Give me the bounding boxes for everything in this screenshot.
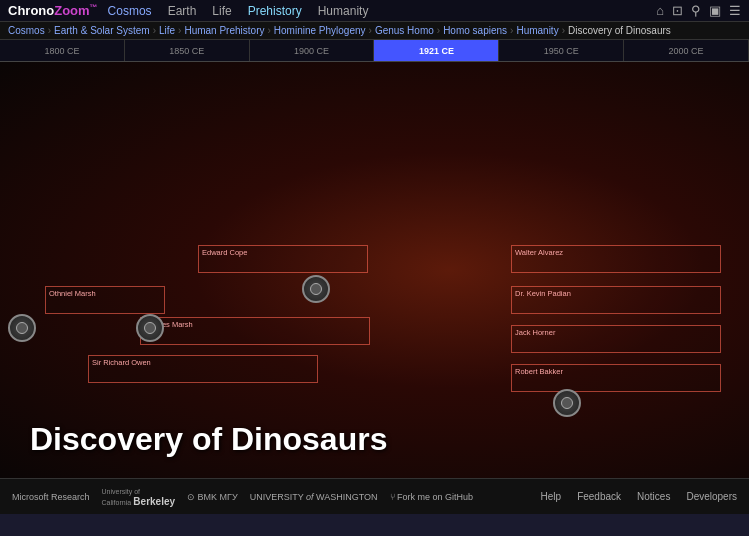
person-richard-owen[interactable]: Sir Richard Owen: [88, 355, 318, 383]
tick-1850[interactable]: 1850 CE: [125, 40, 250, 61]
breadcrumb-homo-sapiens[interactable]: Homo sapiens: [443, 25, 507, 36]
circle-icon-4[interactable]: [553, 389, 581, 417]
circle-icon-1[interactable]: [8, 314, 36, 342]
footer-developers[interactable]: Developers: [686, 491, 737, 502]
tick-1921[interactable]: 1921 CE: [374, 40, 499, 61]
user-icon[interactable]: ☰: [729, 3, 741, 18]
person-kevin-padian[interactable]: Dr. Kevin Padian: [511, 286, 721, 314]
logo-washington: UNIVERSITY of WASHINGTON: [250, 492, 378, 502]
footer-logos: Microsoft Research University ofCaliforn…: [12, 487, 473, 507]
nav-earth[interactable]: Earth: [168, 4, 197, 18]
breadcrumb-genus-homo[interactable]: Genus Homo: [375, 25, 434, 36]
breadcrumb-discovery: Discovery of Dinosaurs: [568, 25, 671, 36]
main-canvas[interactable]: Edward Cope Othniel Marsh Charles Marsh …: [0, 62, 749, 478]
breadcrumb-life[interactable]: Life: [159, 25, 175, 36]
footer-feedback[interactable]: Feedback: [577, 491, 621, 502]
breadcrumb: Cosmos › Earth & Solar System › Life › H…: [0, 22, 749, 40]
app-footer: Microsoft Research University ofCaliforn…: [0, 478, 749, 514]
nav-humanity[interactable]: Humanity: [318, 4, 369, 18]
nav-prehistory[interactable]: Prehistory: [248, 4, 302, 18]
app-logo: ChronoZoom™: [8, 3, 98, 18]
logo-microsoft: Microsoft Research: [12, 492, 90, 502]
search-icon[interactable]: ⚲: [691, 3, 701, 18]
person-edward-cope[interactable]: Edward Cope: [198, 245, 368, 273]
nav-life[interactable]: Life: [212, 4, 231, 18]
breadcrumb-cosmos[interactable]: Cosmos: [8, 25, 45, 36]
breadcrumb-human-prehistory[interactable]: Human Prehistory: [184, 25, 264, 36]
logo-github: ⑂ Fork me on GitHub: [390, 492, 474, 502]
timeline-bar: 1800 CE 1850 CE 1900 CE 1921 CE 1950 CE …: [0, 40, 749, 62]
circle-icon-3[interactable]: [302, 275, 330, 303]
footer-help[interactable]: Help: [541, 491, 562, 502]
nav-cosmos[interactable]: Cosmos: [108, 4, 152, 18]
footer-notices[interactable]: Notices: [637, 491, 670, 502]
breadcrumb-earth[interactable]: Earth & Solar System: [54, 25, 150, 36]
breadcrumb-humanity[interactable]: Humanity: [516, 25, 558, 36]
tick-1800[interactable]: 1800 CE: [0, 40, 125, 61]
app-header: ChronoZoom™ Cosmos Earth Life Prehistory…: [0, 0, 749, 22]
tick-1950[interactable]: 1950 CE: [499, 40, 624, 61]
logo-berkeley: University ofCalifornia Berkeley: [102, 487, 176, 507]
circle-icon-2[interactable]: [136, 314, 164, 342]
main-nav: Cosmos Earth Life Prehistory Humanity: [108, 4, 657, 18]
person-othniel-marsh[interactable]: Othniel Marsh: [45, 286, 165, 314]
logo-bmk: ⊙ BMK МГУ: [187, 492, 238, 502]
person-walter-alvarez[interactable]: Walter Alvarez: [511, 245, 721, 273]
canvas-title: Discovery of Dinosaurs: [30, 421, 387, 458]
tick-2000[interactable]: 2000 CE: [624, 40, 749, 61]
header-icon-group: ⌂ ⊡ ⚲ ▣ ☰: [656, 3, 741, 18]
breadcrumb-hominine[interactable]: Hominine Phylogeny: [274, 25, 366, 36]
footer-links: Help Feedback Notices Developers: [541, 491, 737, 502]
person-charles-marsh[interactable]: Charles Marsh: [140, 317, 370, 345]
person-robert-bakker[interactable]: Robert Bakker: [511, 364, 721, 392]
image-icon[interactable]: ▣: [709, 3, 721, 18]
camera-icon[interactable]: ⊡: [672, 3, 683, 18]
tick-1900[interactable]: 1900 CE: [250, 40, 375, 61]
person-jack-horner[interactable]: Jack Horner: [511, 325, 721, 353]
home-icon[interactable]: ⌂: [656, 3, 664, 18]
